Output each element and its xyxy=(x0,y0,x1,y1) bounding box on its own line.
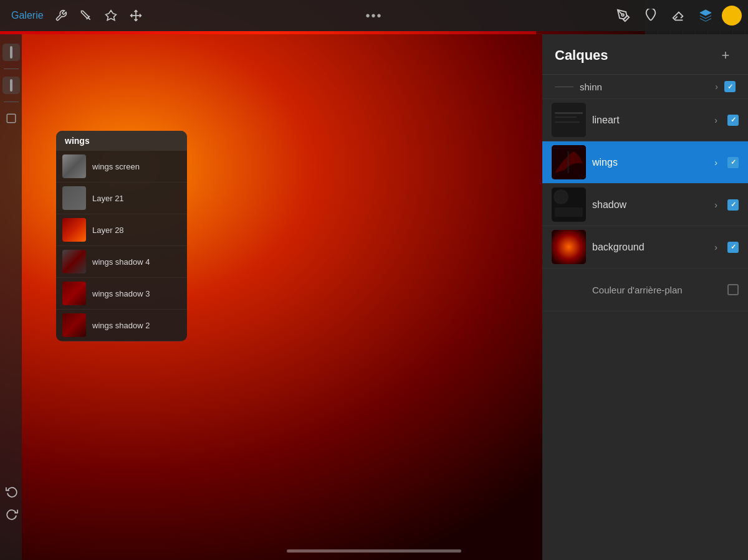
top-toolbar: Galerie ••• xyxy=(0,0,748,31)
wing-layer-shadow4[interactable]: wings shadow 4 xyxy=(56,246,187,278)
wing-layer-name-shadow2: wings shadow 2 xyxy=(92,321,181,330)
color-bg-checkbox[interactable] xyxy=(727,284,739,295)
svg-rect-16 xyxy=(552,230,586,264)
svg-rect-14 xyxy=(555,207,583,217)
layer-thumb-lineart xyxy=(552,103,586,137)
layer-chevron-shadow: › xyxy=(714,200,717,210)
svg-rect-11 xyxy=(567,151,569,173)
svg-rect-9 xyxy=(555,121,580,123)
wing-layer-shadow2[interactable]: wings shadow 2 xyxy=(56,310,187,341)
svg-rect-7 xyxy=(555,112,583,114)
svg-line-1 xyxy=(88,17,90,19)
layer-name-background: background xyxy=(592,242,708,253)
galerie-button[interactable]: Galerie xyxy=(6,7,49,24)
group-chevron-icon: › xyxy=(715,82,718,92)
svg-rect-6 xyxy=(552,103,586,137)
wing-thumb-wings-screen xyxy=(62,154,86,178)
eraser-icon[interactable] xyxy=(667,4,689,27)
selection-icon[interactable] xyxy=(100,4,122,27)
wing-thumb-shadow2 xyxy=(62,313,86,337)
wing-layer-name-layer21: Layer 21 xyxy=(92,194,181,203)
layer-group-shinn[interactable]: shinn › xyxy=(542,75,748,99)
layers-icon[interactable] xyxy=(694,4,717,27)
layer-chevron-lineart: › xyxy=(714,115,717,125)
layer-chevron-wings: › xyxy=(714,158,717,168)
brush-icon[interactable] xyxy=(612,4,635,27)
layer-checkbox-shadow[interactable] xyxy=(727,199,739,211)
group-name-shinn: shinn xyxy=(580,82,715,92)
layer-row-shadow[interactable]: shadow › xyxy=(542,184,748,226)
add-layer-button[interactable]: + xyxy=(716,45,736,65)
wings-panel-header: wings xyxy=(56,131,187,151)
scroll-indicator[interactable] xyxy=(287,549,461,553)
group-checkbox-shinn[interactable] xyxy=(724,81,736,92)
svg-point-13 xyxy=(554,189,568,204)
wrench-icon[interactable] xyxy=(50,4,72,27)
wing-thumb-layer21 xyxy=(62,186,86,210)
square-tool[interactable] xyxy=(2,110,20,127)
left-sidebar xyxy=(0,34,22,560)
toolbar-center: ••• xyxy=(365,9,382,23)
wing-layer-shadow3[interactable]: wings shadow 3 xyxy=(56,278,187,310)
opacity-slider[interactable] xyxy=(2,44,20,61)
wing-layer-name-shadow4: wings shadow 4 xyxy=(92,257,181,267)
wings-panel-title: wings xyxy=(65,136,90,146)
divider xyxy=(4,69,19,69)
wing-layer-name-wings-screen: wings screen xyxy=(92,162,181,171)
undo-button[interactable] xyxy=(3,483,21,500)
layer-checkbox-background[interactable] xyxy=(727,242,739,253)
color-button[interactable] xyxy=(722,6,742,26)
wing-layer-wings-screen[interactable]: wings screen xyxy=(56,151,187,183)
color-swatch xyxy=(552,277,586,302)
group-line xyxy=(555,87,573,87)
divider-2 xyxy=(4,102,19,102)
calques-title: Calques xyxy=(555,47,608,64)
layer-row-wings[interactable]: wings › xyxy=(542,141,748,184)
redo-button[interactable] xyxy=(3,505,21,523)
layer-chevron-background: › xyxy=(714,242,717,252)
layer-checkbox-lineart[interactable] xyxy=(727,115,739,126)
layer-thumb-shadow xyxy=(552,187,586,222)
layer-checkbox-wings[interactable] xyxy=(727,157,739,168)
smudge-icon[interactable] xyxy=(640,4,662,27)
wing-layer-layer28[interactable]: Layer 28 xyxy=(56,214,187,246)
color-bg-name: Couleur d'arrière-plan xyxy=(592,285,721,295)
wing-thumb-shadow3 xyxy=(62,282,86,305)
color-bg-row[interactable]: Couleur d'arrière-plan xyxy=(542,268,748,311)
wings-sublayer-panel: wings wings screen Layer 21 Layer 28 win… xyxy=(56,131,187,341)
magic-icon[interactable] xyxy=(75,4,97,27)
svg-rect-8 xyxy=(555,116,577,118)
wing-thumb-shadow4 xyxy=(62,250,86,273)
wing-thumb-layer28 xyxy=(62,218,86,242)
toolbar-right xyxy=(612,4,742,27)
svg-rect-5 xyxy=(7,114,16,123)
layer-name-lineart: lineart xyxy=(592,115,708,126)
layer-name-shadow: shadow xyxy=(592,199,708,211)
svg-point-4 xyxy=(621,14,624,16)
layer-name-wings: wings xyxy=(592,157,708,168)
wing-layer-layer21[interactable]: Layer 21 xyxy=(56,183,187,214)
transform-icon[interactable] xyxy=(125,4,147,27)
layer-row-background[interactable]: background › xyxy=(542,226,748,268)
calques-header: Calques + xyxy=(542,34,748,75)
progress-bar xyxy=(0,31,536,34)
undo-redo-controls xyxy=(3,483,21,523)
layer-thumb-wings xyxy=(552,145,586,179)
more-options-icon[interactable]: ••• xyxy=(365,9,382,22)
wing-layer-name-shadow3: wings shadow 3 xyxy=(92,289,181,298)
layer-thumb-background xyxy=(552,230,586,264)
size-slider[interactable] xyxy=(2,77,20,94)
calques-panel: Calques + shinn › lineart › xyxy=(542,34,748,560)
layer-row-lineart[interactable]: lineart › xyxy=(542,99,748,141)
wing-layer-name-layer28: Layer 28 xyxy=(92,225,181,235)
